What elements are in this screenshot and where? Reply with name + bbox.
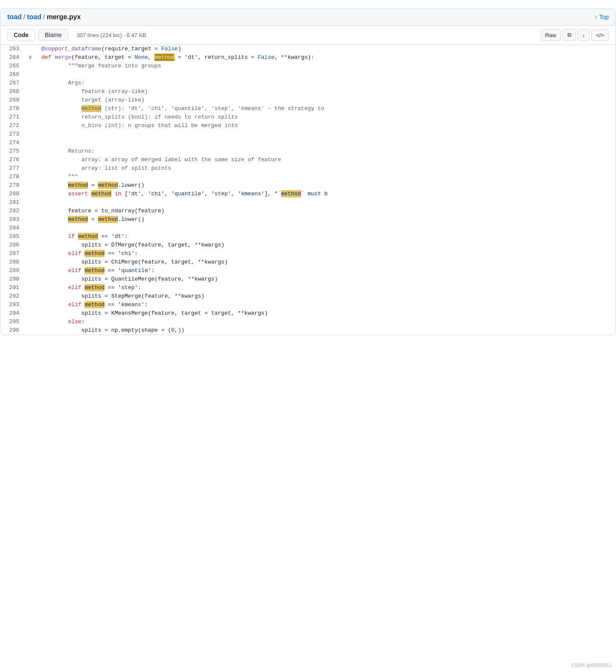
line-expand: [26, 190, 35, 198]
table-row: 279 method = method.lower(): [0, 181, 616, 190]
line-number: 294: [0, 309, 26, 318]
table-row: 288 splits = ChiMerge(feature, target, *…: [0, 258, 616, 266]
line-expand: [26, 156, 35, 164]
line-expand: [26, 45, 35, 53]
line-code: [35, 139, 616, 147]
line-expand: [26, 104, 35, 113]
line-expand: [26, 139, 35, 147]
line-number: 292: [0, 292, 26, 301]
line-code: if method == 'dt':: [35, 232, 616, 241]
line-expand: [26, 181, 35, 190]
line-code: feature = to_ndarray(feature): [35, 207, 616, 215]
line-code: elif method == 'kmeans':: [35, 301, 616, 309]
top-label: Top: [599, 14, 609, 20]
symbols-button[interactable]: </>: [591, 29, 609, 41]
file-container: toad / toad / merge.pyx ↑ Top Code Blame…: [0, 9, 616, 335]
breadcrumb-repo1[interactable]: toad: [7, 13, 22, 21]
table-row: 291 elif method == 'step':: [0, 284, 616, 292]
line-expand: [26, 258, 35, 266]
line-expand: [26, 87, 35, 96]
line-expand: [26, 249, 35, 258]
breadcrumb-repo2[interactable]: toad: [27, 13, 41, 21]
line-code: method = method.lower(): [35, 215, 616, 224]
line-code: splits = StepMerge(feature, **kwargs): [35, 292, 616, 301]
breadcrumb-sep2: /: [43, 13, 45, 21]
line-expand: [26, 215, 35, 224]
line-expand: [26, 70, 35, 79]
line-expand: [26, 173, 35, 181]
table-row: 269 target (array-like): [0, 96, 616, 104]
table-row: 295 else:: [0, 318, 616, 326]
table-row: 266: [0, 70, 616, 79]
line-number: 281: [0, 198, 26, 207]
line-code: else:: [35, 318, 616, 326]
line-code: n_bins (int): n groups that will be merg…: [35, 122, 616, 130]
copy-button[interactable]: ⧉: [563, 29, 576, 41]
line-expand: [26, 266, 35, 275]
table-row: 275 Returns:: [0, 147, 616, 156]
top-link[interactable]: ↑ Top: [594, 14, 609, 20]
table-row: 265 """merge feature into groups: [0, 62, 616, 70]
line-expand: [26, 130, 35, 139]
line-code: splits = QuantileMerge(feature, **kwargs…: [35, 275, 616, 284]
table-row: 285 if method == 'dt':: [0, 232, 616, 241]
file-toolbar: Code Blame 307 lines (224 loc) · 8.47 KB…: [0, 26, 616, 45]
download-button[interactable]: ↓: [578, 29, 590, 41]
line-number: 279: [0, 181, 26, 190]
line-code: array: list of split points: [35, 164, 616, 173]
file-info: 307 lines (224 loc) · 8.47 KB: [77, 32, 146, 38]
line-expand: [26, 113, 35, 122]
line-expand: [26, 309, 35, 318]
table-row: 289 elif method == 'quantile':: [0, 266, 616, 275]
table-row: 290 splits = QuantileMerge(feature, **kw…: [0, 275, 616, 284]
table-row: 287 elif method == 'chi':: [0, 249, 616, 258]
line-number: 286: [0, 241, 26, 249]
line-expand: [26, 122, 35, 130]
line-code: @support_dataframe(require_target = Fals…: [35, 45, 616, 53]
line-expand: [26, 224, 35, 232]
line-code: method = method.lower(): [35, 181, 616, 190]
code-tab[interactable]: Code: [7, 29, 35, 41]
line-number: 269: [0, 96, 26, 104]
table-row: 282 feature = to_ndarray(feature): [0, 207, 616, 215]
toolbar-right: Raw ⧉ ↓ </>: [540, 29, 609, 41]
line-number: 263: [0, 45, 26, 53]
blame-tab[interactable]: Blame: [38, 29, 68, 41]
line-code: method (str): 'dt', 'chi', 'quantile', '…: [35, 104, 616, 113]
line-code: [35, 224, 616, 232]
line-number: 291: [0, 284, 26, 292]
line-expand: [26, 275, 35, 284]
line-code: target (array-like): [35, 96, 616, 104]
line-number: 272: [0, 122, 26, 130]
table-row: 283 method = method.lower(): [0, 215, 616, 224]
breadcrumb-sep1: /: [23, 13, 25, 21]
line-number: 275: [0, 147, 26, 156]
table-row: 286 splits = DTMerge(feature, target, **…: [0, 241, 616, 249]
table-row: 278 """: [0, 173, 616, 181]
table-row: 292 splits = StepMerge(feature, **kwargs…: [0, 292, 616, 301]
table-row: 268 feature (array-like): [0, 87, 616, 96]
line-number: 267: [0, 79, 26, 87]
table-row: 273: [0, 130, 616, 139]
line-number: 296: [0, 326, 26, 335]
table-row: 296 splits = np.empty(shape = (0,)): [0, 326, 616, 335]
line-expand: [26, 318, 35, 326]
line-code: feature (array-like): [35, 87, 616, 96]
line-expand: [26, 301, 35, 309]
line-code: [35, 130, 616, 139]
line-number: 289: [0, 266, 26, 275]
toolbar-left: Code Blame 307 lines (224 loc) · 8.47 KB: [7, 29, 146, 41]
copy-icon: ⧉: [567, 32, 571, 38]
line-code: Returns:: [35, 147, 616, 156]
table-row: 274: [0, 139, 616, 147]
line-number: 266: [0, 70, 26, 79]
line-number: 270: [0, 104, 26, 113]
line-number: 295: [0, 318, 26, 326]
line-code: Args:: [35, 79, 616, 87]
line-expand: [26, 147, 35, 156]
code-view: 263 @support_dataframe(require_target = …: [0, 45, 616, 335]
code-table: 263 @support_dataframe(require_target = …: [0, 45, 616, 335]
breadcrumb-filename: merge.pyx: [46, 13, 81, 21]
raw-button[interactable]: Raw: [540, 29, 561, 41]
line-code: elif method == 'quantile':: [35, 266, 616, 275]
